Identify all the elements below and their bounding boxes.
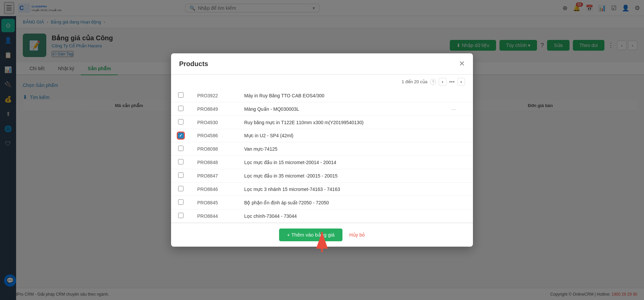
products-modal: Products ✕ 1 đến 20 của ? ‹ ••• › PRO392… — [171, 53, 473, 247]
modal-product-row[interactable]: PRO8098Van mực-74125 — [171, 142, 473, 156]
modal-product-row[interactable]: PRO4586Mực in U2 - SP4 (42ml) — [171, 129, 473, 142]
product-checkbox[interactable] — [178, 186, 183, 191]
modal-product-row[interactable]: PRO8847Lọc mực đầu in 35 micromet -20015… — [171, 169, 473, 183]
product-name: Lọc chính-73044 - 73044 — [237, 209, 445, 223]
product-checkbox[interactable] — [178, 146, 183, 151]
modal-product-row[interactable]: PRO8844Lọc chính-73044 - 73044 — [171, 209, 473, 223]
product-name: Mực in U2 - SP4 (42ml) — [237, 129, 445, 142]
product-name: Lọc mực đầu in 35 micromet -20015 - 2001… — [237, 169, 445, 183]
modal-product-row[interactable]: PRO8846Lọc mực 3 nhánh 15 micromet-74163… — [171, 183, 473, 196]
modal-header: Products ✕ — [171, 53, 473, 74]
product-name: Màng Quấn - MQ030003L — [237, 102, 445, 116]
product-extra — [445, 142, 473, 156]
product-extra — [445, 209, 473, 223]
product-checkbox[interactable] — [178, 119, 183, 124]
product-checkbox[interactable] — [178, 172, 183, 178]
modal-products-table: PRO3922Máy in Ruy Băng TTO CAB EOS4/300P… — [171, 89, 473, 223]
product-name: Van mực-74125 — [237, 142, 445, 156]
product-extra — [445, 129, 473, 142]
product-extra — [445, 116, 473, 129]
pagination-help-icon[interactable]: ? — [430, 79, 436, 85]
product-extra — [445, 196, 473, 209]
add-to-pricelist-button[interactable]: + Thêm vào bảng giá — [279, 229, 343, 241]
modal-pagination: 1 đến 20 của ? ‹ ••• › — [171, 74, 473, 89]
pagination-text: 1 đến 20 của — [402, 79, 428, 84]
product-name: Lọc mực 3 nhánh 15 micromet-74163 - 7416… — [237, 183, 445, 196]
modal-footer: + Thêm vào bảng giá Hủy bỏ — [171, 223, 473, 247]
product-id: PRO3922 — [191, 89, 237, 102]
product-id: PRO8098 — [191, 142, 237, 156]
modal-body: PRO3922Máy in Ruy Băng TTO CAB EOS4/300P… — [171, 89, 473, 223]
pagination-next-button[interactable]: › — [458, 78, 465, 86]
product-id: PRO4930 — [191, 116, 237, 129]
product-id: PRO8847 — [191, 169, 237, 183]
product-checkbox[interactable] — [178, 199, 183, 205]
product-name: Bộ phận ổn định áp suất-72050 - 72050 — [237, 196, 445, 209]
product-extra — [445, 89, 473, 102]
product-extra: — — [445, 102, 473, 116]
product-id: PRO8848 — [191, 156, 237, 169]
product-extra — [445, 156, 473, 169]
product-checkbox-checked[interactable] — [178, 133, 184, 139]
cancel-button[interactable]: Hủy bỏ — [349, 232, 365, 238]
modal-close-button[interactable]: ✕ — [459, 59, 465, 68]
product-id: PRO8846 — [191, 183, 237, 196]
product-id: PRO8844 — [191, 209, 237, 223]
modal-overlay[interactable]: Products ✕ 1 đến 20 của ? ‹ ••• › PRO392… — [0, 0, 644, 300]
product-extra — [445, 183, 473, 196]
modal-product-row[interactable]: PRO8845Bộ phận ổn định áp suất-72050 - 7… — [171, 196, 473, 209]
product-name: Máy in Ruy Băng TTO CAB EOS4/300 — [237, 89, 445, 102]
product-id: PRO8849 — [191, 102, 237, 116]
product-extra — [445, 169, 473, 183]
product-name: Ruy băng mực in T122E 110mm x300 m(Y2019… — [237, 116, 445, 129]
product-checkbox[interactable] — [178, 213, 183, 218]
pagination-prev-button[interactable]: ‹ — [439, 78, 446, 86]
product-id: PRO4586 — [191, 129, 237, 142]
modal-product-row[interactable]: PRO4930Ruy băng mực in T122E 110mm x300 … — [171, 116, 473, 129]
product-checkbox[interactable] — [178, 92, 183, 98]
product-checkbox[interactable] — [178, 106, 183, 111]
product-id: PRO8845 — [191, 196, 237, 209]
pagination-dots[interactable]: ••• — [449, 79, 455, 85]
modal-product-row[interactable]: PRO8849Màng Quấn - MQ030003L— — [171, 102, 473, 116]
modal-product-row[interactable]: PRO8848Lọc mực đầu in 15 micromet-20014 … — [171, 156, 473, 169]
modal-product-row[interactable]: PRO3922Máy in Ruy Băng TTO CAB EOS4/300 — [171, 89, 473, 102]
product-checkbox[interactable] — [178, 159, 183, 164]
modal-title: Products — [179, 60, 208, 68]
product-name: Lọc mực đầu in 15 micromet-20014 - 20014 — [237, 156, 445, 169]
